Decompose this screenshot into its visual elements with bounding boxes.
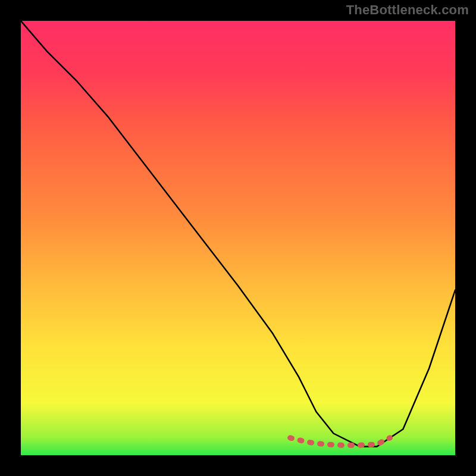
plot-area (21, 21, 455, 455)
bottleneck-curve-line (21, 21, 455, 446)
optimal-band-line (290, 438, 390, 445)
chart-frame: TheBottleneck.com (0, 0, 476, 476)
chart-svg (21, 21, 455, 455)
watermark-text: TheBottleneck.com (346, 2, 469, 18)
